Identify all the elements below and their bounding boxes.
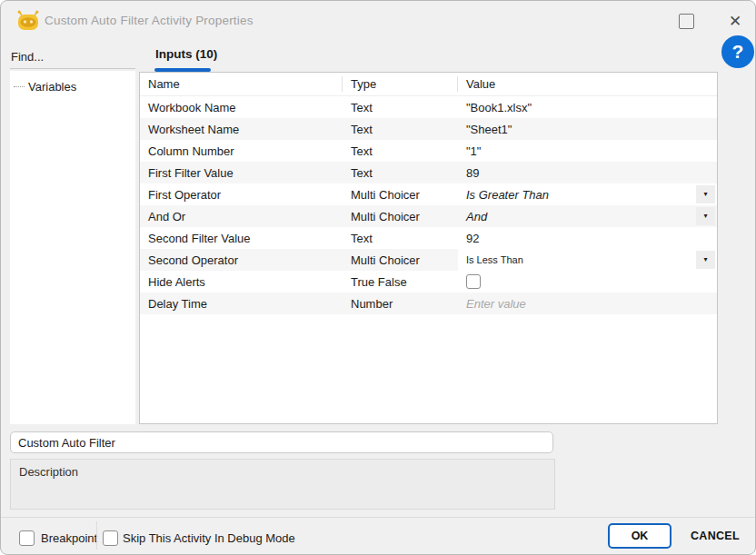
inputs-table: Name Type Value Workbook Name Text "Book… [139,72,718,424]
column-header-name[interactable]: Name [140,76,343,92]
row-type-cell: Text [343,144,458,158]
tab-inputs[interactable]: Inputs (10) [155,47,217,61]
breakpoint-label: Breakpoint [41,531,97,545]
row-value-cell[interactable]: And▾ [458,205,717,227]
row-value-cell[interactable] [458,271,717,292]
row-value-cell[interactable]: 89 [458,162,717,183]
cancel-button[interactable]: CANCEL [682,523,748,549]
dialog-window: Custom Auto Filter Activity Properties ✕… [0,0,756,555]
value-text: And [466,210,487,223]
row-value-cell[interactable]: Is Greater Than▾ [458,183,717,205]
dropdown-button[interactable]: ▾ [696,185,715,203]
row-name-cell: Column Number [140,144,343,158]
description-field[interactable]: Description [10,459,555,510]
row-type-cell: Text [343,123,458,136]
caret-down-icon: ▾ [703,191,707,198]
row-value-cell[interactable]: 92 [458,227,717,249]
dropdown-button[interactable]: ▾ [696,251,715,269]
dropdown-button[interactable]: ▾ [696,207,715,225]
window-title: Custom Auto Filter Activity Properties [45,14,254,27]
skip-debug-label: Skip This Activity In Debug Mode [123,531,295,545]
value-checkbox[interactable] [466,274,481,289]
help-button[interactable]: ? [721,35,754,68]
row-type-cell: Multi Choicer [343,188,458,202]
row-name-cell: Workbook Name [140,101,343,114]
tree-item-label: Variables [28,80,76,94]
title-bar: Custom Auto Filter Activity Properties ✕ [1,1,755,42]
tree-branch-icon [14,86,25,87]
table-row[interactable]: Worksheet Name Text "Sheet1" [140,118,717,140]
row-type-cell: Text [343,101,458,114]
row-name-cell: Worksheet Name [140,123,343,136]
value-text: "Book1.xlsx" [466,101,532,114]
table-row[interactable]: Hide Alerts True False [140,271,717,292]
find-input[interactable] [10,45,135,69]
row-value-cell[interactable]: "1" [458,140,717,162]
bot-icon [16,9,40,33]
row-name-cell: And Or [140,210,343,223]
maximize-icon[interactable] [679,14,694,29]
row-name-cell: Second Operator [140,253,343,267]
row-value-cell[interactable]: Is Less Than▾ [458,249,717,271]
table-row[interactable]: And Or Multi Choicer And▾ [140,205,717,227]
caret-down-icon: ▾ [703,213,707,220]
row-name-cell: Second Filter Value [140,232,343,245]
row-value-cell[interactable]: Enter value [458,292,717,314]
table-header: Name Type Value [140,73,717,96]
row-name-cell: First Operator [140,188,343,202]
ok-button[interactable]: OK [608,523,671,549]
value-text: "Sheet1" [466,123,512,136]
table-row[interactable]: First Operator Multi Choicer Is Greater … [140,183,717,205]
value-text: "1" [466,144,481,158]
row-value-cell[interactable]: "Book1.xlsx" [458,96,717,118]
value-text: 92 [466,232,479,245]
value-text: Is Greater Than [466,188,549,202]
footer-divider [1,517,755,518]
table-row[interactable]: Delay Time Number Enter value [140,292,717,314]
row-type-cell: Multi Choicer [343,253,458,267]
close-icon[interactable]: ✕ [726,11,744,31]
variables-panel: Variables [10,71,135,424]
table-row[interactable]: Second Operator Multi Choicer Is Less Th… [140,249,717,271]
value-text: 89 [466,166,479,180]
row-type-cell: Text [343,232,458,245]
value-text: Is Less Than [466,254,523,265]
row-type-cell: Text [343,166,458,180]
activity-name-input[interactable] [10,431,553,453]
table-row[interactable]: Workbook Name Text "Book1.xlsx" [140,96,717,118]
table-body: Workbook Name Text "Book1.xlsx" Workshee… [140,96,717,314]
breakpoint-checkbox[interactable] [19,530,35,546]
table-row[interactable]: Column Number Text "1" [140,140,717,162]
table-row[interactable]: Second Filter Value Text 92 [140,227,717,249]
question-icon: ? [732,41,744,63]
value-placeholder: Enter value [466,297,526,311]
table-row[interactable]: First Filter Value Text 89 [140,162,717,183]
skip-debug-checkbox[interactable] [103,530,118,546]
row-name-cell: Hide Alerts [140,275,343,289]
row-value-cell[interactable]: "Sheet1" [458,118,717,140]
column-header-value[interactable]: Value [458,76,717,92]
row-type-cell: Number [343,297,458,311]
column-header-type[interactable]: Type [343,76,458,92]
row-name-cell: Delay Time [140,297,343,311]
footer-vertical-divider [96,521,97,550]
caret-down-icon: ▾ [703,256,707,263]
row-type-cell: True False [343,275,458,289]
row-name-cell: First Filter Value [140,166,343,180]
value-combobox[interactable]: Is Less Than [458,249,717,271]
row-type-cell: Multi Choicer [343,210,458,223]
sidebar-item-variables[interactable]: Variables [10,71,135,94]
